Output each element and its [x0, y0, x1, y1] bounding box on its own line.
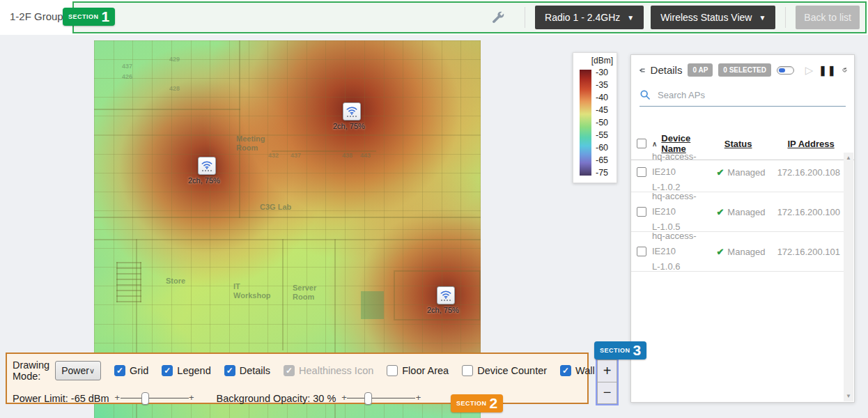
room-number: 443 — [360, 152, 371, 159]
group-title: 1-2F Group — [10, 10, 63, 22]
device-name-line1: hq-access-IE210 — [652, 231, 697, 256]
search-icon — [640, 89, 651, 100]
drawing-mode-label: Drawing Mode: — [13, 359, 49, 382]
wifi-icon — [440, 291, 451, 299]
drawing-mode-value: Power — [61, 365, 89, 376]
room-number: 428 — [169, 85, 180, 92]
room-label: Meeting Room — [236, 134, 279, 153]
room-number: 437 — [290, 152, 301, 159]
refresh-progress-capsule — [777, 66, 794, 75]
table-row[interactable]: hq-access-IE210L-1.0.5 ✔Managed 172.16.2… — [631, 192, 844, 232]
details-title: Details — [651, 64, 683, 76]
managed-check-icon: ✔ — [716, 167, 724, 178]
zoom-out-button[interactable]: − — [597, 382, 617, 405]
column-ip-address[interactable]: IP Address — [787, 139, 854, 149]
sort-ascending-icon[interactable]: ∧ — [652, 140, 657, 148]
checkbox-grid[interactable]: ✓ Grid — [114, 365, 148, 376]
status-text: Managed — [727, 247, 765, 257]
back-to-list-button[interactable]: Back to list — [796, 6, 860, 29]
view-dropdown-label: Wireless Status View — [660, 12, 752, 23]
room-label: C3G Lab — [260, 203, 291, 212]
managed-check-icon: ✔ — [716, 207, 724, 217]
column-device-name[interactable]: Device Name — [661, 133, 714, 154]
toolbar-highlight-box: Radio 1 - 2.4GHz ▼ Wireless Status View … — [72, 1, 867, 33]
managed-check-icon: ✔ — [716, 247, 724, 257]
checkbox-healthiness-icon: ✓ Healthiness Icon — [284, 365, 373, 376]
power-limit-label: Power Limit: -65 dBm — [13, 393, 109, 404]
scroll-up-icon[interactable]: ▲ — [846, 155, 851, 161]
drawing-mode-select[interactable]: Power ∨ — [55, 361, 101, 380]
ip-address: 172.16.200.108 — [777, 167, 844, 178]
zoom-in-button[interactable]: + — [597, 359, 617, 382]
pause-icon[interactable]: ❚❚ — [819, 65, 836, 76]
legend-title: [dBm] — [591, 56, 613, 65]
play-icon: ▷ — [805, 64, 814, 77]
collapse-panel-icon[interactable] — [640, 65, 645, 76]
section-2-badge: SECTION 2 — [451, 394, 503, 412]
checkbox-checked-icon: ✓ — [560, 365, 571, 376]
device-name-line1: hq-access-IE210 — [652, 191, 697, 217]
wall-line — [239, 40, 240, 218]
checkbox-wall[interactable]: ✓ Wall — [560, 365, 595, 376]
ap-count-badge: 0 AP — [688, 63, 713, 77]
row-checkbox[interactable] — [637, 207, 646, 217]
power-limit-slider-thumb[interactable] — [141, 392, 149, 405]
room-number: 429 — [169, 56, 180, 63]
selected-count-badge: 0 SELECTED — [718, 63, 771, 77]
wall-line — [282, 239, 284, 350]
background-opacity-slider-thumb[interactable] — [364, 392, 372, 405]
room-label: Store — [166, 277, 185, 286]
device-name-line1: hq-access-IE210 — [652, 153, 697, 177]
scroll-down-icon[interactable]: ▼ — [846, 393, 851, 399]
details-panel-header: Details 0 AP 0 SELECTED ▷ ❚❚ — [631, 55, 854, 82]
ip-address: 172.16.200.100 — [777, 207, 844, 217]
chevron-down-icon: ▼ — [759, 14, 766, 22]
map-zoom-controls: + − — [596, 358, 619, 405]
checkbox-legend[interactable]: ✓ Legend — [162, 365, 210, 376]
power-limit-slider[interactable]: + + — [116, 392, 193, 405]
radio-dropdown-label: Radio 1 - 2.4GHz — [545, 12, 620, 23]
row-checkbox[interactable] — [637, 167, 646, 177]
chevron-down-icon: ▼ — [627, 14, 634, 22]
row-checkbox[interactable] — [637, 247, 646, 256]
search-aps-field[interactable]: Search APs — [640, 89, 846, 107]
ap-label: 2ch, 75% — [427, 306, 459, 314]
section-3-badge: SECTION 3 — [594, 341, 646, 359]
status-text: Managed — [727, 167, 765, 178]
ip-address: 172.16.200.101 — [777, 247, 844, 257]
room-label: Server Room — [293, 284, 323, 302]
table-row[interactable]: hq-access-IE210L-1.0.6 ✔Managed 172.16.2… — [631, 232, 844, 272]
ap-label: 2ch, 75% — [333, 122, 365, 130]
stairs-shape — [116, 262, 141, 302]
legend-color-bar — [580, 70, 591, 176]
ap-ports — [202, 170, 212, 171]
view-dropdown[interactable]: Wireless Status View ▼ — [651, 6, 775, 29]
vertical-scrollbar[interactable]: ▲ ▼ — [844, 153, 853, 401]
column-status[interactable]: Status — [724, 139, 788, 149]
wifi-icon — [201, 161, 212, 169]
background-opacity-slider[interactable]: + + — [343, 392, 419, 405]
shaded-room — [361, 291, 384, 319]
room-number: 426 — [122, 73, 132, 80]
legend-ticks: -30 -35 -40 -45 -50 -55 -60 -65 -75 — [596, 68, 608, 178]
background-opacity-label: Background Opacity: 30 % — [217, 393, 336, 404]
checkbox-floor-area[interactable]: Floor Area — [387, 365, 449, 376]
room-number: 432 — [268, 152, 279, 159]
select-all-checkbox[interactable] — [637, 139, 646, 148]
checkbox-device-counter[interactable]: Device Counter — [462, 365, 547, 376]
radio-dropdown[interactable]: Radio 1 - 2.4GHz ▼ — [535, 6, 644, 29]
top-bar: 1-2F Group Radio 1 - 2.4GHz ▼ Wireless S… — [0, 0, 868, 35]
section-1-badge: SECTION 1 — [63, 8, 115, 26]
checkbox-checked-disabled-icon: ✓ — [284, 365, 295, 376]
wrench-icon[interactable] — [491, 10, 505, 24]
search-placeholder: Search APs — [658, 90, 705, 100]
access-point-icon[interactable] — [343, 102, 361, 121]
wall-line — [94, 109, 240, 110]
room-number: 437 — [122, 63, 132, 70]
checkbox-details[interactable]: ✓ Details — [224, 365, 270, 376]
access-point-icon[interactable] — [198, 157, 216, 175]
table-row[interactable]: hq-access-IE210L-1.0.2 ✔Managed 172.16.2… — [631, 153, 844, 192]
refresh-icon[interactable] — [842, 64, 847, 76]
access-point-icon[interactable] — [437, 286, 455, 304]
wall-line — [94, 217, 481, 218]
